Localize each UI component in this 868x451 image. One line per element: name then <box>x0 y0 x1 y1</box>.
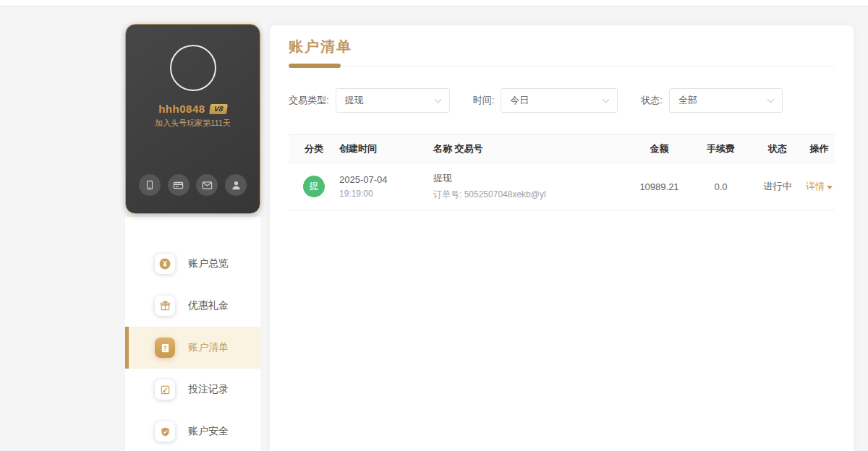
sidebar-item-account-statement[interactable]: 账户清单 <box>125 327 260 369</box>
statement-icon <box>155 338 175 358</box>
table-row: 提 2025-07-04 19:19:00 提现 订单号: 5052507048… <box>289 163 835 210</box>
table-header-row: 分类 创建时间 名称 交易号 金额 手续费 状态 操作 <box>289 134 835 163</box>
sidebar-item-label: 投注记录 <box>188 383 229 396</box>
record-icon <box>155 379 175 400</box>
username: hhh0848 <box>158 103 205 115</box>
chevron-down-icon <box>434 95 441 103</box>
title-accent-bar <box>289 64 341 68</box>
status-label: 状态: <box>641 94 663 107</box>
avatar <box>170 45 216 91</box>
sidebar-item-label: 账户清单 <box>188 341 229 354</box>
transaction-type-label: 交易类型: <box>289 94 329 107</box>
header-amount: 金额 <box>629 142 690 155</box>
sidebar-item-label: 优惠礼金 <box>188 299 229 312</box>
vip-level-badge: V8 <box>209 104 228 114</box>
sidebar-item-promotions[interactable]: 优惠礼金 <box>125 285 260 327</box>
row-status: 进行中 <box>752 180 804 193</box>
time-value: 今日 <box>510 94 529 107</box>
profile-card: hhh0848 V8 加入头号玩家第111天 <box>125 24 260 214</box>
row-order-number: 订单号: 5052507048xekb@yl <box>433 189 629 201</box>
gift-icon <box>155 296 175 316</box>
time-label: 时间: <box>473 94 495 107</box>
sidebar-item-label: 账户总览 <box>188 257 229 270</box>
main-content: 账户清单 交易类型: 提现 时间: 今日 状态: 全部 <box>270 25 854 451</box>
join-days-text: 加入头号玩家第111天 <box>126 118 260 129</box>
header-status: 状态 <box>752 142 804 155</box>
page-title: 账户清单 <box>289 25 835 56</box>
sidebar-item-betting-records[interactable]: 投注记录 <box>125 369 260 411</box>
time-select[interactable]: 今日 <box>501 88 618 113</box>
detail-link-label: 详情 <box>806 180 825 193</box>
sidebar-item-label: 账户安全 <box>188 425 229 438</box>
transaction-type-select[interactable]: 提现 <box>336 88 450 113</box>
filter-bar: 交易类型: 提现 时间: 今日 状态: 全部 <box>289 88 835 113</box>
top-bar <box>0 0 868 7</box>
bank-card-icon[interactable] <box>168 174 190 196</box>
agent-icon[interactable] <box>225 174 247 196</box>
row-fee: 0.0 <box>690 181 752 192</box>
phone-icon[interactable] <box>139 174 161 196</box>
transactions-table: 分类 创建时间 名称 交易号 金额 手续费 状态 操作 提 2025-07-04… <box>289 134 835 210</box>
quick-actions <box>132 174 254 196</box>
chevron-down-icon <box>767 95 774 103</box>
title-divider <box>289 66 835 66</box>
status-select[interactable]: 全部 <box>669 88 783 113</box>
chevron-down-icon <box>603 95 610 103</box>
detail-link[interactable]: 详情 <box>806 180 833 193</box>
header-category: 分类 <box>289 142 339 155</box>
shield-icon <box>155 421 175 442</box>
header-name-txn: 名称 交易号 <box>433 142 629 155</box>
header-action: 操作 <box>804 142 835 155</box>
sidebar-item-account-overview[interactable]: ¥ 账户总览 <box>125 243 260 285</box>
mail-icon[interactable] <box>196 174 218 196</box>
transaction-type-value: 提现 <box>345 94 364 107</box>
sidebar: ¥ 账户总览 优惠礼金 账户清单 投注记录 账户安全 <box>125 217 260 451</box>
coin-icon: ¥ <box>155 254 175 274</box>
status-value: 全部 <box>678 94 697 107</box>
svg-text:¥: ¥ <box>163 260 167 268</box>
row-name: 提现 <box>433 172 629 185</box>
caret-down-icon <box>827 186 833 189</box>
row-amount: 10989.21 <box>629 181 690 192</box>
header-fee: 手续费 <box>690 142 752 155</box>
withdraw-badge-icon: 提 <box>303 176 325 197</box>
sidebar-item-account-security[interactable]: 账户安全 <box>125 411 260 451</box>
row-time: 19:19:00 <box>339 189 433 199</box>
header-created-time: 创建时间 <box>339 142 433 155</box>
row-date: 2025-07-04 <box>339 174 433 185</box>
